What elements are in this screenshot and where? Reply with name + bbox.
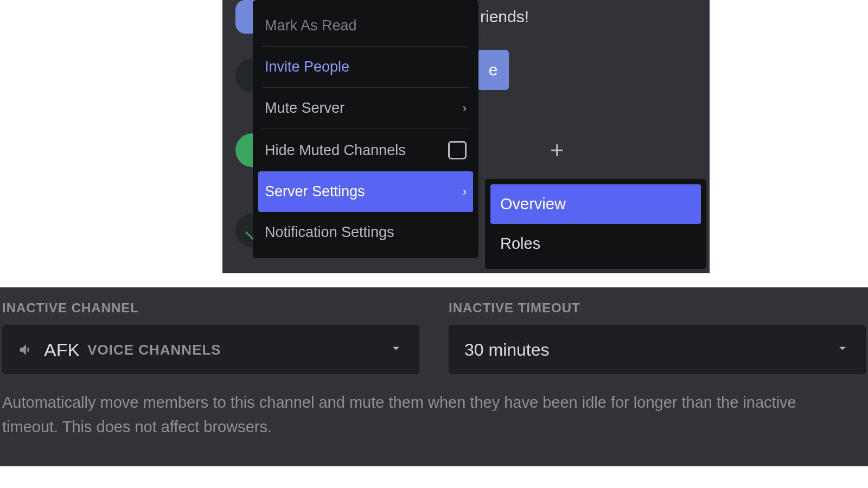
menu-item-label: Mute Server (265, 100, 344, 117)
menu-mark-as-read: Mark As Read (258, 5, 473, 46)
speaker-icon (18, 342, 34, 358)
checkbox-icon[interactable] (448, 141, 467, 159)
server-context-menu: Mark As Read Invite People Mute Server ›… (253, 0, 478, 258)
partial-text: riends! (480, 8, 529, 26)
submenu-overview[interactable]: Overview (490, 184, 701, 224)
inactive-timeout-select[interactable]: 30 minutes (449, 325, 866, 374)
menu-mute-server[interactable]: Mute Server › (258, 88, 473, 129)
chevron-down-icon (835, 340, 850, 360)
submenu-roles[interactable]: Roles (490, 224, 701, 264)
inactive-settings-section: INACTIVE CHANNEL AFK VOICE CHANNELS INAC… (0, 287, 868, 466)
server-settings-submenu: Overview Roles (485, 179, 706, 269)
chevron-right-icon: › (463, 101, 467, 115)
inactive-channel-select[interactable]: AFK VOICE CHANNELS (2, 325, 419, 374)
menu-item-label: Hide Muted Channels (265, 142, 406, 159)
inactive-timeout-value: 30 minutes (464, 340, 550, 360)
menu-notification-settings[interactable]: Notification Settings (258, 212, 473, 253)
menu-hide-muted-channels[interactable]: Hide Muted Channels (258, 129, 473, 171)
chevron-down-icon (388, 340, 404, 360)
inactive-channel-label: INACTIVE CHANNEL (2, 300, 419, 316)
inactive-timeout-label: INACTIVE TIMEOUT (449, 300, 866, 316)
inactive-channel-category: VOICE CHANNELS (87, 342, 221, 358)
menu-server-settings[interactable]: Server Settings › (258, 171, 473, 212)
menu-item-label: Invite People (265, 59, 349, 75)
inactive-channel-value: AFK (44, 339, 80, 361)
inactive-helper-text: Automatically move members to this chann… (0, 390, 829, 439)
menu-invite-people[interactable]: Invite People (258, 47, 473, 87)
menu-item-label: Server Settings (265, 183, 365, 200)
menu-item-label: Mark As Read (265, 17, 357, 34)
add-icon[interactable]: + (550, 137, 564, 164)
chevron-right-icon: › (463, 185, 467, 199)
partial-primary-button[interactable]: e (477, 50, 509, 90)
menu-item-label: Notification Settings (265, 224, 394, 241)
